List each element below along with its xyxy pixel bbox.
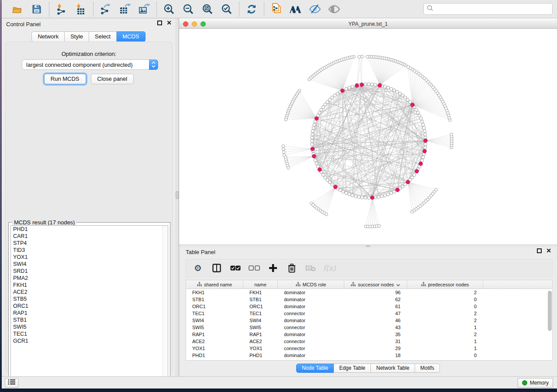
mcds-result-node[interactable]: TEC1 xyxy=(11,330,168,337)
mcds-result-node[interactable]: TID3 xyxy=(11,247,168,254)
export-network-icon[interactable] xyxy=(99,3,112,16)
network-node[interactable] xyxy=(422,126,426,129)
network-node[interactable] xyxy=(390,192,393,195)
float-panel-icon[interactable] xyxy=(537,248,542,253)
table-row[interactable]: STB1STB1dominator620 xyxy=(186,296,552,303)
tab-network[interactable]: Network xyxy=(31,31,65,42)
export-image-icon[interactable] xyxy=(138,3,151,16)
network-node[interactable] xyxy=(367,196,370,199)
mcds-result-node[interactable]: ORC1 xyxy=(11,303,168,309)
mcds-hub-node[interactable] xyxy=(340,89,344,93)
unselect-all-icon[interactable] xyxy=(249,262,260,274)
network-node[interactable] xyxy=(311,136,314,139)
tab-mcds[interactable]: MCDS xyxy=(117,31,145,42)
close-panel-icon[interactable]: ✕ xyxy=(546,248,551,253)
column-header-shared-name[interactable]: shared name xyxy=(186,280,243,289)
network-node[interactable] xyxy=(282,148,285,151)
table-row[interactable]: ORC1ORC1dominator610 xyxy=(186,303,552,310)
table-row[interactable]: TEC1TEC1connector472 xyxy=(186,310,552,317)
close-panel-icon[interactable]: ✕ xyxy=(166,21,172,25)
mcds-result-node[interactable]: STB5 xyxy=(11,296,168,303)
network-node[interactable] xyxy=(351,194,354,197)
mcds-hub-node[interactable] xyxy=(415,169,419,173)
network-node[interactable] xyxy=(325,213,328,216)
network-node[interactable] xyxy=(354,195,357,198)
network-node[interactable] xyxy=(358,55,361,58)
network-node[interactable] xyxy=(377,195,380,198)
table-row[interactable]: SWI5SWI5connector431 xyxy=(186,324,552,331)
mcds-hub-node[interactable] xyxy=(411,103,415,107)
column-header-name[interactable]: name xyxy=(243,280,278,289)
show-all-icon[interactable] xyxy=(328,3,341,16)
network-node[interactable] xyxy=(424,133,427,136)
result-scrollbar[interactable] xyxy=(162,226,168,382)
network-node[interactable] xyxy=(339,189,342,192)
network-node[interactable] xyxy=(416,111,419,114)
network-node[interactable] xyxy=(364,196,367,199)
network-node[interactable] xyxy=(422,156,425,159)
mcds-result-list[interactable]: PHD1CAR1STP4TID3YOX1SWI4SRD1PMA2FKH1ACE2… xyxy=(10,225,168,382)
show-columns-icon[interactable] xyxy=(211,262,222,274)
task-history-button[interactable] xyxy=(5,378,18,388)
mcds-result-node[interactable]: SWI5 xyxy=(11,323,168,330)
network-node[interactable] xyxy=(345,87,348,90)
table-scrollbar-thumb[interactable] xyxy=(548,291,552,331)
network-node[interactable] xyxy=(395,90,398,93)
vertical-splitter[interactable] xyxy=(175,18,179,376)
network-node[interactable] xyxy=(282,151,285,154)
mcds-hub-node[interactable] xyxy=(378,83,382,87)
mcds-hub-node[interactable] xyxy=(311,147,315,151)
network-node[interactable] xyxy=(404,183,407,186)
mcds-hub-node[interactable] xyxy=(360,83,364,87)
network-node[interactable] xyxy=(367,83,370,86)
network-node[interactable] xyxy=(331,183,334,186)
table-row[interactable]: ACE2ACE2connector311 xyxy=(186,338,552,345)
add-column-icon[interactable] xyxy=(267,262,279,274)
network-node[interactable] xyxy=(387,86,390,89)
network-node[interactable] xyxy=(423,130,426,133)
search-box[interactable] xyxy=(423,3,553,15)
network-node[interactable] xyxy=(315,162,318,165)
export-table-icon[interactable] xyxy=(118,3,131,16)
mcds-hub-node[interactable] xyxy=(370,196,374,199)
network-node[interactable] xyxy=(322,106,325,109)
splitter-handle[interactable] xyxy=(176,191,179,199)
tab-select[interactable]: Select xyxy=(89,31,117,42)
mcds-hub-node[interactable] xyxy=(396,188,400,192)
memory-button[interactable]: Memory xyxy=(518,378,553,388)
mcds-hub-node[interactable] xyxy=(333,185,337,189)
mcds-hub-node[interactable] xyxy=(419,162,423,166)
mcds-result-node[interactable]: STP4 xyxy=(11,240,168,247)
network-node[interactable] xyxy=(360,196,363,199)
hide-selected-icon[interactable] xyxy=(308,3,322,16)
network-node[interactable] xyxy=(374,83,377,86)
mcds-result-node[interactable]: PMA2 xyxy=(11,275,168,282)
search-input[interactable] xyxy=(433,6,549,12)
network-node[interactable] xyxy=(320,108,323,111)
network-node[interactable] xyxy=(357,195,360,198)
column-header-predecessor-nodes[interactable]: predecessor nodes xyxy=(407,280,483,289)
network-node[interactable] xyxy=(387,193,390,196)
mcds-result-node[interactable]: FKH1 xyxy=(11,282,168,289)
mcds-result-node[interactable]: SWI4 xyxy=(11,261,168,268)
mcds-result-node[interactable]: CAR1 xyxy=(11,233,168,240)
network-node[interactable] xyxy=(308,78,311,81)
network-node[interactable] xyxy=(312,126,315,129)
network-node[interactable] xyxy=(342,190,345,193)
import-table-icon[interactable] xyxy=(74,3,87,16)
zoom-fit-icon[interactable] xyxy=(201,3,214,16)
delete-column-icon[interactable] xyxy=(286,262,298,274)
network-node[interactable] xyxy=(380,195,383,198)
network-node[interactable] xyxy=(311,130,314,133)
mcds-hub-node[interactable] xyxy=(355,84,359,88)
tab-style[interactable]: Style xyxy=(65,31,89,42)
network-node[interactable] xyxy=(287,166,290,169)
network-node[interactable] xyxy=(318,111,321,114)
network-node[interactable] xyxy=(393,190,396,193)
column-header-MCDS-role[interactable]: MCDS role xyxy=(278,280,344,289)
mcds-result-node[interactable]: RAP1 xyxy=(11,309,168,316)
mcds-hub-node[interactable] xyxy=(423,149,427,153)
network-node[interactable] xyxy=(401,94,404,97)
network-node[interactable] xyxy=(316,165,319,168)
mcds-result-node[interactable]: GCR1 xyxy=(11,337,168,344)
